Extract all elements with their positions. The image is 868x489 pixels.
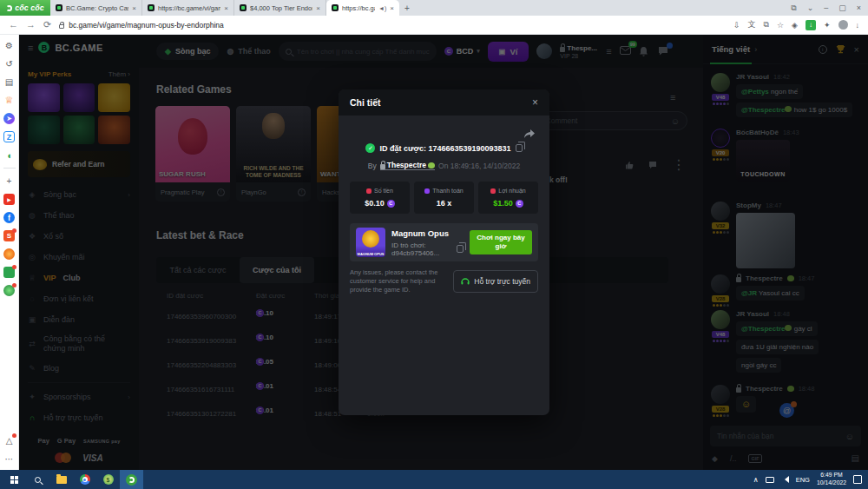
dice-icon [366, 188, 372, 194]
bcgame-favicon [148, 4, 155, 11]
zalo-icon[interactable]: Z [3, 131, 15, 142]
news-feed-icon[interactable]: ▤ [3, 76, 15, 88]
live-support-button[interactable]: Hỗ trợ trực tuyến [453, 270, 538, 293]
bet-stats: Số tiền $0.10C Thanh toán 16 x Lợi nhuận… [350, 182, 538, 214]
verified-check-icon: ✓ [365, 143, 375, 153]
brand-label: cốc cốc [15, 3, 44, 12]
tab-search-icon[interactable]: ⌄ [807, 3, 814, 12]
magnum-opus-thumbnail[interactable]: MAGNUM OPUS [356, 228, 385, 257]
app-green-icon[interactable] [3, 267, 15, 278]
file-explorer[interactable] [49, 470, 73, 489]
maximize-button[interactable]: ▢ [838, 3, 846, 12]
frog-icon [428, 162, 435, 169]
back-button[interactable]: ← [9, 20, 18, 30]
notifications-bell-icon[interactable]: △ [3, 435, 15, 446]
tab-active-magnum-opus[interactable]: https://bc.game/vi/game◄)× [326, 0, 399, 16]
adblock-shield-icon[interactable]: ◈ [792, 21, 798, 30]
history-icon[interactable]: ↺ [3, 58, 15, 69]
https-lock-icon[interactable] [59, 24, 64, 29]
copy-icon[interactable] [457, 245, 464, 253]
facebook-icon[interactable]: f [3, 212, 15, 223]
extension-icon[interactable]: ✦ [824, 21, 831, 30]
tab-title: $4,000 Top Tier Endorphina N [250, 4, 312, 12]
app-orange-icon[interactable] [3, 248, 15, 260]
action-center-icon[interactable] [853, 475, 862, 484]
vip-crown-icon[interactable]: ♕ [3, 95, 15, 106]
tab-bcgame-casino[interactable]: BC.Game: Crypto Casino Gan× [50, 0, 142, 16]
folder-icon [56, 476, 67, 484]
tab-close-icon[interactable]: × [316, 4, 320, 12]
dollar-icon: $ [103, 474, 114, 485]
tab-endorphina-promo[interactable]: $4,000 Top Tier Endorphina N× [234, 0, 326, 16]
taskbar-search[interactable] [26, 470, 49, 489]
save-page-icon[interactable]: ⇩ [733, 21, 740, 30]
taskbar-clock[interactable]: 6:49 PM10/14/2022 [817, 472, 846, 487]
coccoc-sidebar: ⚙ ↺ ▤ ♕ ➤ Z ◖ + ▶ f S △ ⋯ [0, 35, 19, 470]
tab-title: https://bc.game/vi/game/the [158, 4, 220, 12]
bet-id-row: ✓ ID đặt cược: 1746663539190093831 [339, 143, 549, 153]
bcgame-favicon [240, 4, 247, 11]
money-app[interactable]: $ [96, 470, 120, 489]
divider [3, 168, 16, 169]
hidden-icons-caret[interactable]: ∧ [753, 476, 759, 484]
modal-header: Chi tiết × [339, 89, 549, 116]
game-title[interactable]: Magnum Opus [391, 228, 464, 238]
settings-gear-icon[interactable]: ⚙ [3, 40, 15, 51]
support-note: Any issues, please contact the customer … [350, 268, 446, 294]
coccoc-app-active[interactable] [120, 470, 143, 489]
modal-close-icon[interactable]: × [532, 96, 538, 109]
url-text[interactable]: bc.game/vi/game/magnum-opus-by-endorphin… [69, 21, 224, 30]
browser-toolbar: ← → ⟳ bc.game/vi/game/magnum-opus-by-end… [0, 16, 868, 35]
shopee-icon[interactable]: S [3, 230, 15, 241]
bet-datetime: On 18:49:16, 14/10/2022 [438, 162, 520, 170]
coccoc-icon [126, 474, 137, 486]
close-button[interactable]: × [857, 3, 861, 12]
bcgame-favicon [332, 4, 339, 11]
audio-playing-icon[interactable]: ◄) [378, 5, 386, 11]
address-bar[interactable]: bc.game/vi/game/magnum-opus-by-endorphin… [59, 21, 224, 30]
share-arrow-icon[interactable] [523, 129, 535, 140]
new-tab-button[interactable]: + [404, 3, 410, 13]
stat-profit: Lợi nhuận $1.50C [478, 182, 538, 214]
bcgame-favicon [56, 4, 62, 11]
copy-icon[interactable] [516, 144, 523, 152]
player-link[interactable]: Thespectre [380, 161, 435, 170]
game-row: MAGNUM OPUS Magnum Opus ID trò chơi: d94… [350, 223, 538, 261]
app-green-search-icon[interactable] [3, 285, 15, 296]
tab-bcgame-game[interactable]: https://bc.game/vi/game/the× [142, 0, 234, 16]
more-icon[interactable]: ⋯ [3, 453, 15, 465]
translate-icon[interactable]: 文 [748, 19, 756, 30]
bookmark-star-icon[interactable]: ☆ [777, 21, 784, 30]
tab-close-icon[interactable]: × [132, 4, 136, 12]
volume-icon[interactable] [781, 476, 789, 483]
youtube-icon[interactable]: ▶ [3, 194, 15, 205]
tab-title: BC.Game: Crypto Casino Gan [66, 4, 128, 12]
coccoc-brand-logo: cốc cốc [0, 0, 50, 16]
browser-tabbar: cốc cốc BC.Game: Crypto Casino Gan× http… [0, 0, 868, 16]
games-icon[interactable]: ◖ [3, 149, 15, 161]
search-icon [35, 477, 41, 483]
wallet-icon [424, 188, 430, 194]
network-icon[interactable] [766, 477, 774, 483]
tab-close-icon[interactable]: × [390, 4, 394, 12]
add-shortcut-icon[interactable]: + [3, 175, 15, 187]
chrome-app[interactable] [73, 470, 96, 489]
browser-profile-avatar[interactable] [838, 20, 848, 30]
downloads-icon[interactable]: ↓ [856, 21, 860, 30]
start-button[interactable] [3, 470, 26, 489]
play-now-button[interactable]: Chơi ngay bây giờ [470, 230, 532, 254]
system-tray: ∧ ENG 6:49 PM10/14/2022 [753, 472, 868, 487]
lock-icon [380, 164, 385, 169]
side-panel-icon[interactable]: ⧉ [791, 3, 796, 13]
forward-button[interactable]: → [26, 20, 36, 30]
reload-button[interactable]: ⟳ [43, 20, 51, 30]
minimize-button[interactable]: – [824, 3, 828, 12]
stat-amount: Số tiền $0.10C [350, 182, 410, 214]
language-indicator[interactable]: ENG [796, 476, 810, 484]
share-icon[interactable]: ⧉ [764, 20, 769, 30]
download-manager-icon[interactable]: ↓ [806, 20, 816, 30]
messenger-icon[interactable]: ➤ [3, 113, 15, 124]
bet-author-row: By Thespectre On 18:49:16, 14/10/2022 [339, 161, 549, 170]
tab-close-icon[interactable]: × [224, 4, 228, 12]
bet-detail-modal: Chi tiết × ✓ ID đặt cược: 17466635391900… [339, 89, 549, 415]
